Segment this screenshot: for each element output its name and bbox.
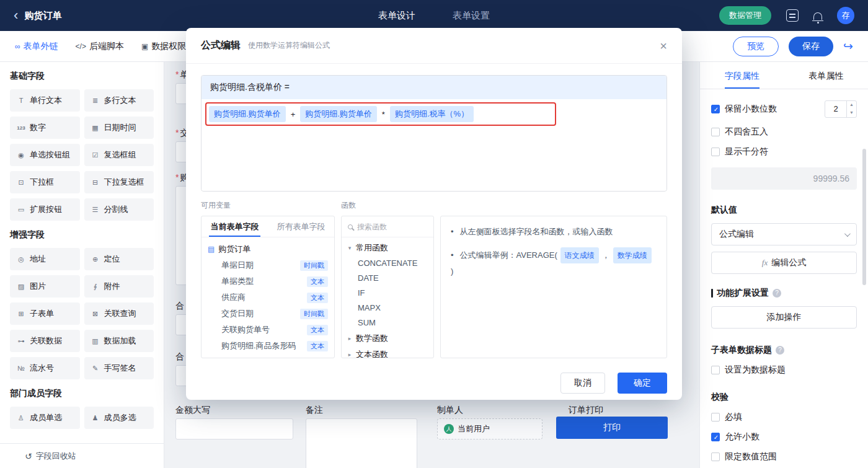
field-type-multi-select[interactable]: ⊟下拉复选框 <box>84 171 154 193</box>
remark-textarea[interactable] <box>306 418 417 468</box>
field-type-address[interactable]: ◎地址 <box>10 248 80 270</box>
field-type-datetime[interactable]: ▦日期时间 <box>84 117 154 139</box>
variable-item[interactable]: 单据类型文本 <box>208 273 328 289</box>
field-type-number[interactable]: 123数字 <box>10 117 80 139</box>
required-checkbox[interactable] <box>711 413 720 422</box>
close-icon[interactable]: × <box>660 40 667 52</box>
function-group-common[interactable]: ▾常用函数 <box>347 240 428 256</box>
multi-select-icon: ⊟ <box>89 179 102 187</box>
help-line-1: 从左侧面板选择字段名和函数，或输入函数 <box>451 225 657 239</box>
extension-button-icon: ▭ <box>15 206 27 214</box>
save-button[interactable]: 保存 <box>789 37 833 56</box>
section-accent-bar <box>711 289 713 298</box>
amount-words-input[interactable] <box>175 418 293 439</box>
field-type-extension-button[interactable]: ▭扩展按钮 <box>10 198 80 221</box>
tab-form-properties[interactable]: 表单属性 <box>784 62 868 89</box>
field-type-linked-query[interactable]: ⊠关联查询 <box>84 302 154 325</box>
data-manage-button[interactable]: 数据管理 <box>719 6 771 25</box>
function-search-input[interactable] <box>357 223 427 231</box>
preview-button[interactable]: 预览 <box>733 37 779 56</box>
help-icon[interactable]: ? <box>776 346 784 355</box>
multi-line-text-icon: ≣ <box>89 97 102 105</box>
variable-item[interactable]: 供应商文本 <box>208 289 328 306</box>
field-type-signature[interactable]: ✎手写签名 <box>84 357 154 379</box>
tab-form-design[interactable]: 表单设计 <box>378 10 415 22</box>
remark-label: 备注 <box>306 405 323 416</box>
document-icon: ▤ <box>208 245 215 254</box>
workspace-icon[interactable] <box>786 9 799 22</box>
data-title-checkbox[interactable] <box>711 366 720 374</box>
tree-root[interactable]: ▤ 购货订单 <box>208 241 328 257</box>
formula-field-token[interactable]: 购货明细.购货单价 <box>209 106 286 122</box>
field-type-member-single[interactable]: ♙成员单选 <box>10 407 80 429</box>
tab-form-settings[interactable]: 表单设置 <box>453 10 490 22</box>
creator-field[interactable]: 人 当前用户 <box>437 418 542 439</box>
default-value-select[interactable]: 公式编辑 <box>711 223 857 245</box>
help-icon[interactable]: ? <box>773 289 781 298</box>
field-type-subform[interactable]: ⊞子表单 <box>10 302 80 325</box>
formula-input-area[interactable]: 购货明细.购货单价 + 购货明细.购货单价 * 购货明细.税率（%） <box>202 99 666 191</box>
field-type-member-multi[interactable]: ♟成员多选 <box>84 407 154 429</box>
formula-field-token[interactable]: 购货明细.购货单价 <box>300 106 377 122</box>
field-type-multi-line-text[interactable]: ≣多行文本 <box>84 89 154 112</box>
field-type-single-line-text[interactable]: T单行文本 <box>10 89 80 112</box>
tab-all-form-fields[interactable]: 所有表单字段 <box>268 216 334 237</box>
tab-current-form-fields[interactable]: 当前表单字段 <box>202 216 268 237</box>
field-type-checkbox-group[interactable]: ☑复选框组 <box>84 144 154 166</box>
scrollbar-thumb[interactable] <box>862 149 866 285</box>
properties-panel: 字段属性 表单属性 保留小数位数 2 ▲▼ 不四舍五入 显示千分符 99999.… <box>699 62 868 468</box>
variable-item[interactable]: 单据日期时间戳 <box>208 257 328 273</box>
tab-field-properties[interactable]: 字段属性 <box>700 62 784 89</box>
field-type-divider[interactable]: ☰分割线 <box>84 198 154 221</box>
backend-script-button[interactable]: </> 后端脚本 <box>76 41 124 52</box>
field-recycle-bin[interactable]: ↺ 字段回收站 <box>0 443 164 468</box>
field-type-serial-number[interactable]: №流水号 <box>10 357 80 379</box>
function-group-text[interactable]: ▸文本函数 <box>347 347 428 358</box>
cancel-button[interactable]: 取消 <box>560 373 605 394</box>
field-label: 合 <box>175 351 184 363</box>
variable-item[interactable]: 购货明细.商品条形码文本 <box>208 338 328 354</box>
thousand-separator-checkbox[interactable] <box>711 148 720 156</box>
function-item[interactable]: MAPX <box>347 301 428 316</box>
notification-bell-icon[interactable] <box>813 12 822 20</box>
function-group-math[interactable]: ▸数学函数 <box>347 330 428 347</box>
type-tag: 文本 <box>307 293 328 303</box>
share-icon[interactable]: ↪ <box>843 39 853 53</box>
single-line-text-icon: T <box>15 97 27 104</box>
current-user-icon: 人 <box>444 424 454 434</box>
field-type-linked-data[interactable]: ⊶关联数据 <box>10 330 80 352</box>
field-type-select[interactable]: ⊡下拉框 <box>10 171 80 193</box>
variable-item[interactable]: 关联购货单号文本 <box>208 322 328 338</box>
form-external-link-button[interactable]: ∞ 表单外链 <box>15 41 58 52</box>
required-row: 必填 <box>711 412 857 423</box>
function-item[interactable]: DATE <box>347 271 428 286</box>
function-item[interactable]: IF <box>347 286 428 301</box>
formula-target: 购货明细.含税单价 = <box>202 76 666 99</box>
add-action-button[interactable]: 添加操作 <box>711 306 857 329</box>
variable-item[interactable]: 交货日期时间戳 <box>208 306 328 322</box>
field-type-location[interactable]: ⊕定位 <box>84 248 154 270</box>
decimal-places-stepper[interactable]: 2 ▲▼ <box>825 100 857 118</box>
allow-decimal-checkbox[interactable] <box>711 433 720 441</box>
stepper-down-icon[interactable]: ▼ <box>847 109 856 117</box>
edit-formula-button[interactable]: fx 编辑公式 <box>711 252 857 274</box>
function-item[interactable]: SUM <box>347 316 428 330</box>
avatar[interactable]: 存 <box>837 7 854 24</box>
modal-subtitle: 使用数学运算符编辑公式 <box>248 40 330 51</box>
function-item[interactable]: CONCATENATE <box>347 256 428 271</box>
data-permission-button[interactable]: ▣ 数据权限 <box>141 41 186 52</box>
value-range-checkbox[interactable] <box>711 453 720 461</box>
field-label: 合 <box>175 301 184 312</box>
field-type-image[interactable]: ▨图片 <box>10 275 80 298</box>
no-rounding-checkbox[interactable] <box>711 128 720 136</box>
print-button[interactable]: 打印 <box>556 417 668 439</box>
confirm-button[interactable]: 确定 <box>618 373 667 394</box>
stepper-up-icon[interactable]: ▲ <box>847 101 856 109</box>
field-type-radio-group[interactable]: ◉单选按钮组 <box>10 144 80 166</box>
field-type-attachment[interactable]: ∮附件 <box>84 275 154 298</box>
field-type-data-load[interactable]: ▥数据加载 <box>84 330 154 352</box>
radio-icon: ◉ <box>15 151 27 159</box>
back-icon[interactable]: ‹ <box>14 9 18 22</box>
formula-field-token[interactable]: 购货明细.税率（%） <box>390 106 474 122</box>
decimal-places-checkbox[interactable] <box>711 105 720 113</box>
